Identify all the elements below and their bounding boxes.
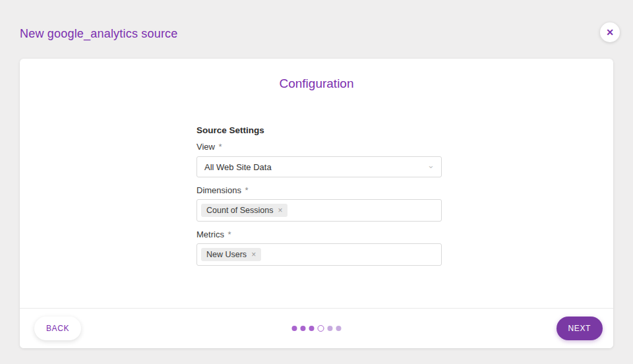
- progress-dot: [328, 326, 333, 331]
- wizard-footer: BACK NEXT: [20, 308, 613, 348]
- remove-tag-icon[interactable]: ×: [278, 206, 282, 214]
- close-button[interactable]: ✕: [600, 22, 620, 42]
- metrics-label-text: Metrics: [196, 229, 224, 239]
- view-select[interactable]: All Web Site Data ⌄: [196, 156, 442, 177]
- dimension-tag-label: Count of Sessions: [206, 206, 273, 215]
- chevron-down-icon: ⌄: [427, 161, 435, 169]
- dimensions-input[interactable]: Count of Sessions ×: [196, 199, 442, 222]
- metric-tag: New Users ×: [201, 248, 261, 261]
- progress-dot: [309, 326, 315, 331]
- required-marker: *: [245, 185, 249, 195]
- progress-dots: [292, 325, 342, 332]
- progress-dot: [336, 326, 342, 331]
- metrics-label: Metrics *: [196, 229, 231, 239]
- progress-dot: [292, 326, 297, 331]
- section-label: Source Settings: [196, 125, 264, 135]
- next-button[interactable]: NEXT: [557, 317, 603, 340]
- view-select-value: All Web Site Data: [204, 162, 427, 172]
- dimensions-label: Dimensions *: [196, 185, 249, 195]
- close-icon: ✕: [606, 28, 614, 37]
- required-marker: *: [219, 142, 222, 152]
- dimensions-label-text: Dimensions: [196, 185, 241, 195]
- card-title: Configuration: [20, 76, 613, 91]
- view-label-text: View: [196, 142, 215, 152]
- required-marker: *: [228, 229, 231, 239]
- configuration-card: Configuration Source Settings View * All…: [20, 59, 613, 348]
- page-title: New google_analytics source: [20, 27, 178, 41]
- metric-tag-label: New Users: [206, 250, 247, 259]
- metrics-input[interactable]: New Users ×: [196, 243, 442, 266]
- new-source-wizard: New google_analytics source ✕ Configurat…: [0, 0, 633, 364]
- progress-dot: [301, 326, 306, 331]
- view-label: View *: [196, 142, 222, 152]
- progress-dot: [318, 325, 324, 332]
- dimension-tag: Count of Sessions ×: [201, 204, 287, 217]
- back-button[interactable]: BACK: [34, 317, 81, 340]
- remove-tag-icon[interactable]: ×: [251, 251, 256, 258]
